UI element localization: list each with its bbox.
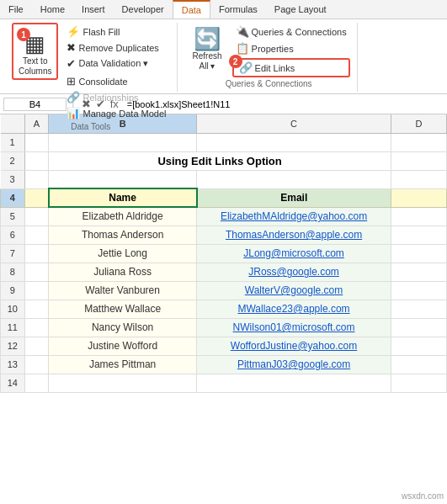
badge-2: 2 xyxy=(229,55,242,68)
relationships-button[interactable]: 🔗 Relationships xyxy=(63,90,141,104)
cell-b1[interactable] xyxy=(49,133,197,151)
row-num-11: 11 xyxy=(1,318,25,337)
cell-a3[interactable] xyxy=(24,170,49,188)
consolidate-button[interactable]: ⊞ Consolidate xyxy=(63,74,130,88)
cell-b11[interactable]: Nancy Wilson xyxy=(49,318,197,337)
tab-insert[interactable]: Insert xyxy=(73,0,114,19)
row-num-12: 12 xyxy=(1,337,25,355)
cell-a8[interactable] xyxy=(24,263,49,281)
edit-links-label: Edit Links xyxy=(255,63,295,73)
cell-d2[interactable] xyxy=(391,151,446,170)
edit-links-button[interactable]: 2 🔗 Edit Links xyxy=(232,58,350,77)
tab-formulas[interactable]: Formulas xyxy=(210,0,266,19)
text-to-columns-button[interactable]: 1 ▦ Text toColumns xyxy=(12,23,58,80)
cell-a4[interactable] xyxy=(24,188,49,207)
cell-d5[interactable] xyxy=(391,207,446,225)
tab-page-layout[interactable]: Page Layout xyxy=(266,0,335,19)
cell-b13[interactable]: James Pittman xyxy=(49,355,197,374)
remove-duplicates-button[interactable]: ✖ Remove Duplicates xyxy=(63,40,169,55)
cell-d8[interactable] xyxy=(391,263,446,281)
cell-a13[interactable] xyxy=(24,355,49,374)
row-num-2: 2 xyxy=(1,151,25,170)
manage-data-model-button[interactable]: 📊 Manage Data Model xyxy=(63,106,169,120)
table-row: 3 xyxy=(1,170,447,188)
cell-d1[interactable] xyxy=(391,133,446,151)
cell-a10[interactable] xyxy=(24,300,49,318)
cell-a5[interactable] xyxy=(24,207,49,225)
cell-d6[interactable] xyxy=(391,225,446,244)
cell-d10[interactable] xyxy=(391,300,446,318)
cell-a7[interactable] xyxy=(24,244,49,263)
row-num-4: 4 xyxy=(1,188,25,207)
tab-home[interactable]: Home xyxy=(32,0,73,19)
ribbon-group-data-tools: 1 ▦ Text toColumns ⚡ Flash Fill ✖ Remove… xyxy=(5,23,178,92)
relationships-row: 🔗 Relationships xyxy=(63,90,169,104)
cell-b12[interactable]: Justine Wofford xyxy=(49,337,197,355)
col-header-c[interactable]: C xyxy=(197,114,391,133)
formula-input[interactable]: =[book1.xlsx]Sheet1!N11 xyxy=(124,98,444,110)
relationships-label: Relationships xyxy=(82,93,138,103)
ribbon-content: 1 ▦ Text toColumns ⚡ Flash Fill ✖ Remove… xyxy=(0,19,447,93)
cell-b5[interactable]: Elizabeth Aldridge xyxy=(49,207,197,225)
cell-a11[interactable] xyxy=(24,318,49,337)
data-validation-button[interactable]: ✔ Data Validation ▾ xyxy=(63,56,169,71)
queries-connections-button[interactable]: 🔌 Queries & Connections xyxy=(232,24,350,39)
tab-file[interactable]: File xyxy=(0,0,32,19)
cell-a14[interactable] xyxy=(24,374,49,392)
cell-c13[interactable]: PittmanJ03@google.com xyxy=(197,355,391,374)
consolidate-icon: ⊞ xyxy=(67,75,76,88)
cell-d3[interactable] xyxy=(391,170,446,188)
cell-c5[interactable]: ElizabethMAldridge@yahoo.com xyxy=(197,207,391,225)
cell-a2[interactable] xyxy=(24,151,49,170)
cell-c10[interactable]: MWallace23@apple.com xyxy=(197,300,391,318)
cell-b14[interactable] xyxy=(49,374,197,392)
cell-d4[interactable] xyxy=(391,188,446,207)
cell-c3[interactable] xyxy=(197,170,391,188)
badge-1: 1 xyxy=(17,28,30,41)
data-validation-icon: ✔ xyxy=(67,57,76,70)
properties-button[interactable]: 📋 Properties xyxy=(232,41,350,56)
cell-d9[interactable] xyxy=(391,281,446,300)
cell-d13[interactable] xyxy=(391,355,446,374)
cell-b10[interactable]: Matthew Wallace xyxy=(49,300,197,318)
cell-d14[interactable] xyxy=(391,374,446,392)
cell-c8[interactable]: JRoss@google.com xyxy=(197,263,391,281)
cell-c11[interactable]: NWilson01@microsoft.com xyxy=(197,318,391,337)
row-num-8: 8 xyxy=(1,263,25,281)
col-header-d[interactable]: D xyxy=(391,114,446,133)
tab-developer[interactable]: Developer xyxy=(114,0,173,19)
tab-data[interactable]: Data xyxy=(173,0,210,19)
table-row: 4 Name Email xyxy=(1,188,447,207)
cell-b8[interactable]: Juliana Ross xyxy=(49,263,197,281)
cell-b3[interactable] xyxy=(49,170,197,188)
flash-fill-button[interactable]: ⚡ Flash Fill xyxy=(63,24,169,39)
cell-a12[interactable] xyxy=(24,337,49,355)
title-cell[interactable]: Using Edit Links Option xyxy=(49,151,391,170)
header-email-cell[interactable]: Email xyxy=(197,188,391,207)
cell-d11[interactable] xyxy=(391,318,446,337)
header-name-cell[interactable]: Name xyxy=(49,188,197,207)
cell-a6[interactable] xyxy=(24,225,49,244)
cell-a1[interactable] xyxy=(24,133,49,151)
spreadsheet-table: A B C D 1 2 Using Edit Links Option xyxy=(0,114,447,393)
cell-c14[interactable] xyxy=(197,374,391,392)
cell-c12[interactable]: WoffordJustine@yahoo.com xyxy=(197,337,391,355)
cell-b9[interactable]: Walter Vanburen xyxy=(49,281,197,300)
data-validation-label: Data Validation ▾ xyxy=(78,58,148,69)
manage-data-model-label: Manage Data Model xyxy=(82,109,166,119)
row-num-7: 7 xyxy=(1,244,25,263)
cell-c1[interactable] xyxy=(197,133,391,151)
cell-c9[interactable]: WalterV@google.com xyxy=(197,281,391,300)
cell-b6[interactable]: Thomas Anderson xyxy=(49,225,197,244)
cell-a9[interactable] xyxy=(24,281,49,300)
cell-b7[interactable]: Jettie Long xyxy=(49,244,197,263)
refresh-all-button[interactable]: 🔄 RefreshAll ▾ xyxy=(188,23,227,73)
properties-icon: 📋 xyxy=(236,42,249,55)
cell-d12[interactable] xyxy=(391,337,446,355)
queries-group-label: Queries & Connections xyxy=(226,77,312,88)
table-row: 14 xyxy=(1,374,447,392)
cell-c6[interactable]: ThomasAnderson@apple.com xyxy=(197,225,391,244)
cell-c7[interactable]: JLong@microsoft.com xyxy=(197,244,391,263)
cell-d7[interactable] xyxy=(391,244,446,263)
text-to-columns-label: Text toColumns xyxy=(19,56,51,77)
